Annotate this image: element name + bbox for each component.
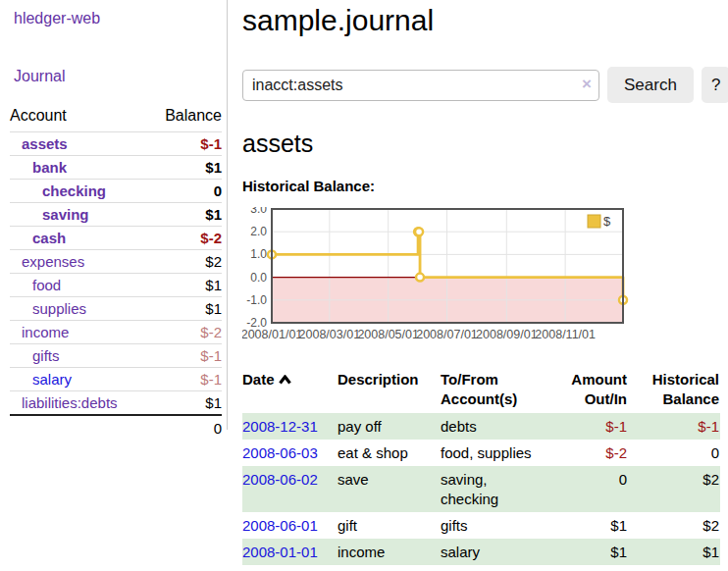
sidebar: hledger-web Journal Account Balance asse… (0, 0, 228, 430)
register-header-accounts: To/From Account(s) (441, 370, 545, 413)
account-balance: 0 (148, 180, 222, 203)
transaction-date-link[interactable]: 2008-12-31 (242, 418, 318, 435)
account-link[interactable]: checking (42, 182, 106, 199)
account-row: supplies$1 (10, 297, 222, 321)
date-header-label: Date (242, 371, 275, 388)
register-header-date[interactable]: Date (242, 370, 338, 413)
account-link[interactable]: food (32, 277, 61, 293)
account-link[interactable]: cash (32, 230, 66, 246)
account-link[interactable]: supplies (32, 300, 86, 317)
transaction-date-link[interactable]: 2008-01-01 (242, 544, 318, 560)
register-accounts-cell: debts (441, 413, 545, 440)
account-row: checking0 (10, 180, 222, 203)
register-header-amount: Amount Out/In (545, 370, 633, 413)
account-link[interactable]: salary (32, 371, 72, 388)
accounts-total-row: 0 (10, 415, 222, 441)
register-balance-cell: $2 (633, 466, 720, 511)
account-balance: $-1 (148, 368, 222, 391)
register-date-cell: 2008-12-31 (242, 413, 338, 440)
account-name-cell: salary (10, 368, 148, 391)
account-name-cell: food (10, 274, 148, 297)
register-accounts-cell: salary (441, 539, 545, 565)
table-row: 2008-06-02savesaving, checking0$2 (242, 466, 720, 511)
accounts-total-value: 0 (148, 415, 222, 441)
account-row: expenses$2 (10, 250, 222, 274)
svg-text:2008/01/01: 2008/01/01 (242, 328, 302, 341)
account-balance: $1 (148, 156, 222, 180)
account-name-cell: saving (10, 203, 148, 227)
register-header-row: Date Description To/From Account(s) Amou… (242, 370, 720, 413)
help-button[interactable]: ? (702, 67, 728, 103)
table-row: 2008-06-01giftgifts$1$2 (242, 512, 720, 539)
table-row: 2008-01-01incomesalary$1$1 (242, 539, 720, 565)
balance-chart: $3.02.01.00.0-1.0-2.02008/01/012008/03/0… (242, 207, 713, 346)
account-name-cell: supplies (10, 297, 148, 321)
register-amount-cell: $1 (545, 512, 633, 539)
transaction-date-link[interactable]: 2008-06-03 (242, 444, 318, 461)
account-row: saving$1 (10, 203, 222, 227)
search-box: × (242, 70, 599, 101)
account-balance: $1 (148, 391, 222, 416)
account-balance: $-2 (148, 321, 222, 344)
account-row: income$-2 (10, 321, 222, 344)
table-row: 2008-06-03eat & shopfood, supplies$-20 (242, 440, 720, 466)
account-balance: $1 (148, 203, 222, 227)
register-table-body: 2008-12-31pay offdebts$-1$-12008-06-03ea… (242, 413, 720, 565)
account-name-cell: gifts (10, 344, 148, 368)
account-name-cell: bank (10, 156, 148, 180)
account-link[interactable]: bank (32, 159, 67, 176)
register-balance-cell: $1 (633, 539, 720, 565)
account-link[interactable]: saving (42, 206, 89, 223)
register-header-balance: Historical Balance (633, 370, 720, 413)
svg-text:2008/07/01: 2008/07/01 (416, 328, 478, 341)
transaction-date-link[interactable]: 2008-06-02 (242, 471, 318, 488)
svg-text:2008/11/01: 2008/11/01 (535, 328, 596, 341)
register-description-cell: eat & shop (338, 440, 441, 466)
main-content: sample.journal × Search ? assets Histori… (228, 0, 713, 565)
chart-section-label: Historical Balance: (242, 178, 713, 194)
register-balance-cell: $-1 (633, 413, 720, 440)
journal-link[interactable]: Journal (14, 68, 221, 85)
account-link[interactable]: income (22, 324, 69, 340)
register-description-cell: pay off (338, 413, 441, 440)
transaction-date-link[interactable]: 2008-06-01 (242, 517, 318, 534)
account-balance: $1 (148, 297, 222, 321)
account-row: salary$-1 (10, 368, 222, 391)
register-amount-cell: $1 (545, 539, 633, 565)
svg-text:2008/05/01: 2008/05/01 (357, 328, 419, 341)
register-description-cell: gift (338, 512, 441, 539)
svg-text:2008/09/01: 2008/09/01 (476, 328, 538, 341)
svg-text:$: $ (603, 214, 611, 229)
register-amount-cell: $-2 (545, 440, 633, 466)
clear-search-icon[interactable]: × (582, 75, 592, 94)
account-link[interactable]: expenses (22, 253, 84, 270)
account-row: gifts$-1 (10, 344, 222, 368)
account-balance: $1 (148, 274, 222, 297)
register-description-cell: save (338, 466, 441, 511)
register-amount-cell: 0 (545, 466, 633, 511)
page-title: sample.journal (242, 4, 713, 37)
account-name-cell: expenses (10, 250, 148, 274)
account-link[interactable]: assets (22, 135, 68, 152)
accounts-header-row: Account Balance (10, 103, 222, 132)
app-title-link[interactable]: hledger-web (14, 10, 221, 27)
account-name-cell: liabilities:debts (10, 391, 148, 416)
svg-text:2.0: 2.0 (250, 225, 267, 238)
search-button[interactable]: Search (607, 67, 694, 103)
register-accounts-cell: food, supplies (441, 440, 545, 466)
account-row: liabilities:debts$1 (10, 391, 222, 416)
account-name-cell: assets (10, 132, 148, 156)
register-accounts-cell: gifts (441, 512, 545, 539)
register-date-cell: 2008-01-01 (242, 539, 338, 565)
account-link[interactable]: liabilities:debts (22, 394, 118, 411)
register-table: Date Description To/From Account(s) Amou… (242, 370, 720, 565)
accounts-header-balance: Balance (148, 103, 222, 132)
search-input[interactable] (242, 70, 599, 101)
account-row: bank$1 (10, 156, 222, 180)
account-balance: $-1 (148, 132, 222, 156)
accounts-total-spacer (10, 415, 148, 441)
account-link[interactable]: gifts (32, 347, 60, 364)
search-row: × Search ? (242, 67, 713, 103)
svg-text:2008/03/01: 2008/03/01 (299, 328, 361, 341)
table-row: 2008-12-31pay offdebts$-1$-1 (242, 413, 720, 440)
